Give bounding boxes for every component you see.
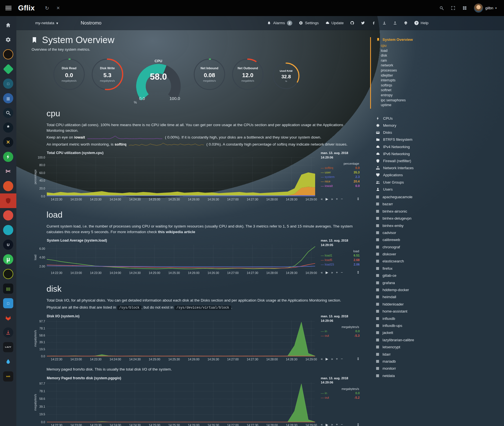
pan-left-button[interactable]: « (321, 357, 323, 361)
play-button[interactable]: ▶ (326, 423, 328, 426)
menu-app-item[interactable]: cadvisor (370, 229, 455, 236)
legend-item[interactable]: load1 6.51 (321, 253, 360, 258)
pan-left-button[interactable]: « (321, 423, 323, 426)
app-shortcut[interactable]: □ (0, 76, 16, 91)
menu-section-item[interactable]: Network Interfaces (370, 164, 455, 171)
menu-section-item[interactable]: BTRFS filesystem (370, 136, 455, 143)
menu-app-item[interactable]: netdata (370, 372, 455, 379)
app-shortcut[interactable] (0, 106, 16, 120)
menu-app-item[interactable]: letsencrypt (370, 344, 455, 351)
menu-app-item[interactable]: binhex-delugevpn (370, 215, 455, 222)
app-shortcut[interactable] (0, 325, 16, 340)
menu-item-system-overview[interactable]: System Overview (376, 37, 455, 42)
legend-item[interactable]: in 0.0 (321, 329, 360, 334)
import-button[interactable] (393, 21, 397, 25)
wikipedia-link[interactable]: this wikipedia article (158, 230, 195, 234)
menu-subitem[interactable]: ram (381, 58, 455, 63)
pan-right-button[interactable]: » (331, 423, 333, 426)
resize-handle[interactable]: ⇕ (357, 357, 360, 361)
menu-app-item[interactable]: lidarr (370, 351, 455, 358)
refresh-icon[interactable]: ↻ (45, 5, 49, 11)
menu-subitem[interactable]: uptime (381, 103, 455, 108)
host-selector[interactable]: my-netdata ▾ (35, 21, 58, 25)
app-shortcut[interactable] (0, 47, 16, 62)
menu-app-item[interactable]: bazarr (370, 200, 455, 208)
legend-item[interactable]: system 2.3 (321, 175, 360, 179)
menu-subitem[interactable]: softnet (381, 88, 455, 93)
ring-gauge[interactable]: Used RAM 32.8 % (272, 62, 300, 91)
user-menu[interactable]: gilbn ▾ (474, 3, 497, 13)
menu-section-item[interactable]: IPv6 Networking (370, 150, 455, 157)
play-button[interactable]: ▶ (326, 270, 328, 275)
app-shortcut[interactable] (0, 311, 16, 325)
menu-subitem[interactable]: processes (381, 68, 455, 73)
menu-app-item[interactable]: binhex-emby (370, 222, 455, 229)
app-shortcut[interactable]: |||| (0, 281, 16, 296)
menu-app-item[interactable]: calibreweb (370, 236, 455, 243)
app-shortcut[interactable] (0, 223, 16, 237)
menu-app-item[interactable]: jackett (370, 329, 455, 336)
disk-chart-canvas[interactable]: 0.019.539.158.678.197.714:22:3014:23:001… (33, 319, 317, 362)
app-shortcut[interactable] (0, 18, 16, 32)
app-shortcut[interactable]: ✂ (0, 164, 16, 179)
play-button[interactable]: ▶ (326, 197, 328, 201)
app-shortcut[interactable]: LAZY (0, 340, 16, 354)
app-shortcut[interactable] (0, 150, 16, 164)
search-icon[interactable] (439, 6, 444, 10)
app-shortcut[interactable] (0, 179, 16, 193)
menu-subitem[interactable]: interrupts (381, 78, 455, 83)
legend-item[interactable]: out -5.2 (321, 396, 360, 400)
app-shortcut[interactable]: µ (0, 252, 16, 267)
menu-app-item[interactable]: binhex-airsonic (370, 208, 455, 215)
app-shortcut[interactable] (0, 354, 16, 369)
app-shortcut[interactable] (0, 208, 16, 223)
ring-gauge[interactable]: Disk Read 0.0 megabytes/s (52, 58, 86, 92)
app-shortcut[interactable]: ||| (0, 91, 16, 106)
hamburger-menu-icon[interactable] (5, 5, 12, 12)
load-chart-canvas[interactable]: 2.004.006.0014:22:3014:23:0014:23:3014:2… (33, 243, 317, 276)
menu-section-item[interactable]: User Groups (370, 179, 455, 186)
zoom-out-button[interactable]: − (341, 197, 343, 201)
zoom-out-button[interactable]: − (341, 271, 343, 275)
zoom-in-button[interactable]: + (336, 197, 338, 201)
menu-app-item[interactable]: hddtemp-docker (370, 286, 455, 293)
facebook-button[interactable] (372, 21, 376, 25)
legend-item[interactable]: softirq 0.0 (321, 166, 360, 170)
menu-subitem[interactable]: ipc semaphores (381, 98, 455, 103)
menu-subitem[interactable]: softirqs (381, 83, 455, 88)
menu-app-item[interactable]: grafana (370, 279, 455, 286)
cpu-gauge[interactable]: CPU 58.0 0.0 100.0 % (130, 58, 187, 105)
menu-app-item[interactable]: mariadb (370, 358, 455, 365)
menu-app-item[interactable]: heimdall (370, 293, 455, 300)
legend-item[interactable]: iowait 0.0 (321, 184, 360, 188)
app-shortcut[interactable] (0, 193, 16, 208)
update-button[interactable]: Update (325, 21, 344, 25)
pgpgio-chart-canvas[interactable]: 0.019.539.158.678.197.714:22:3014:23:001… (33, 381, 317, 426)
resize-handle[interactable]: ⇕ (357, 197, 360, 201)
menu-app-item[interactable]: lazylibrarian-calibre (370, 336, 455, 344)
app-shortcut[interactable] (0, 267, 16, 281)
legend-item[interactable]: out -5.3 (321, 334, 360, 338)
menu-section-item[interactable]: Users (370, 186, 455, 193)
menu-section-item[interactable]: IPv4 Networking (370, 143, 455, 150)
legend-item[interactable]: nice 20.4 (321, 179, 360, 184)
play-button[interactable]: ▶ (326, 357, 328, 361)
menu-section-item[interactable]: Firewall (netfilter) (370, 157, 455, 164)
menu-app-item[interactable]: influxdb-ups (370, 322, 455, 329)
menu-app-item[interactable]: apacheguacamole (370, 193, 455, 200)
export-button[interactable] (382, 21, 386, 25)
menu-subitem[interactable]: entropy (381, 93, 455, 98)
pan-right-button[interactable]: » (331, 197, 333, 201)
menu-section-item[interactable]: Applications (370, 171, 455, 179)
menu-section-item[interactable]: Memory (370, 122, 455, 129)
menu-app-item[interactable]: elasticsearch (370, 258, 455, 265)
ring-gauge[interactable]: Net Outbound 12.0 megabits/s (231, 58, 264, 96)
menu-app-item[interactable]: chronograf (370, 244, 455, 251)
print-button[interactable] (404, 21, 408, 25)
menu-app-item[interactable]: gitlab-ce (370, 272, 455, 279)
app-shortcut[interactable]: U (0, 237, 16, 252)
zoom-in-button[interactable]: + (336, 357, 338, 361)
menu-app-item[interactable]: monitorr (370, 365, 455, 372)
menu-section-item[interactable]: Disks (370, 129, 455, 136)
cpu-chart-canvas[interactable]: 0.020.040.060.080.0100.014:22:3014:23:00… (33, 156, 317, 202)
